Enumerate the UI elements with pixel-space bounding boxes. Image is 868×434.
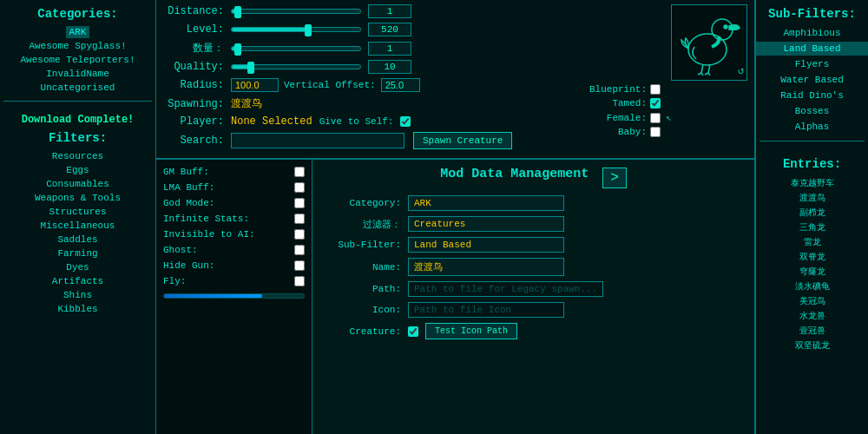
entry-3[interactable]: 三角龙 <box>796 220 829 234</box>
sub-filter-land-based[interactable]: Land Based <box>756 42 868 56</box>
entry-5[interactable]: 双脊龙 <box>796 250 829 264</box>
hide-gun-checkbox[interactable] <box>294 260 305 271</box>
mod-icon-value[interactable]: Path to file Icon <box>408 302 564 318</box>
quality-value[interactable]: 10 <box>368 60 411 74</box>
entry-1[interactable]: 渡渡鸟 <box>796 191 829 205</box>
entry-11[interactable]: 双坚硫龙 <box>792 339 833 352</box>
entry-9[interactable]: 水龙兽 <box>796 309 829 323</box>
search-row: Search: Spawn Creature <box>163 132 575 149</box>
filter-structures[interactable]: Structures <box>45 206 109 218</box>
filter-saddles[interactable]: Saddles <box>54 233 101 246</box>
download-complete: Download Complete! <box>0 108 155 128</box>
mod-name-row: Name: 渡渡鸟 <box>323 258 744 276</box>
mod-category-value[interactable]: ARK <box>408 195 564 211</box>
god-mode-row: God Mode: <box>163 198 305 208</box>
filters-list: Resources Eggs Consumables Weapons & Too… <box>0 150 155 315</box>
gm-buff-checkbox[interactable] <box>294 167 305 177</box>
entry-10[interactable]: 壹冠兽 <box>796 324 829 338</box>
lma-buff-checkbox[interactable] <box>294 182 305 193</box>
mod-creature-checkbox[interactable] <box>408 326 418 337</box>
distance-value[interactable]: 1 <box>368 4 411 18</box>
quality-row: Quality: 10 <box>163 60 575 74</box>
entry-8[interactable]: 美冠鸟 <box>796 294 829 308</box>
distance-slider[interactable] <box>231 9 361 14</box>
sub-filter-water-based[interactable]: Water Based <box>756 73 868 87</box>
vertical-offset-label: Vertical Offset: <box>284 80 376 90</box>
entry-2[interactable]: 副栉龙 <box>796 206 829 220</box>
category-uncategorised[interactable]: Uncategorised <box>37 82 119 94</box>
cursor-icon: ↖ <box>666 112 672 123</box>
give-to-self-checkbox[interactable] <box>400 116 411 127</box>
vertical-offset-input[interactable] <box>381 78 420 92</box>
mod-sub-filter-row: Sub-Filter: Land Based <box>323 237 744 253</box>
filter-dyes[interactable]: Dyes <box>62 261 92 273</box>
quality-label: Quality: <box>163 61 224 73</box>
filter-artifacts[interactable]: Artifacts <box>49 275 107 287</box>
test-icon-path-button[interactable]: Test Icon Path <box>425 323 517 339</box>
categories-title: Categories: <box>0 3 155 26</box>
dodo-svg <box>677 10 742 76</box>
filter-farming[interactable]: Farming <box>54 247 101 260</box>
invisible-ai-checkbox[interactable] <box>294 229 305 240</box>
level-slider[interactable] <box>231 27 361 32</box>
mod-sub-filter-value[interactable]: Land Based <box>408 237 564 253</box>
entry-4[interactable]: 雷龙 <box>800 235 825 249</box>
mod-filter-value[interactable]: Creatures <box>408 216 564 232</box>
sub-filter-bosses[interactable]: Bosses <box>756 104 868 118</box>
sub-filter-raid-dinos[interactable]: Raid Dino's <box>756 89 868 102</box>
sub-filter-flyers[interactable]: Flyers <box>756 57 868 71</box>
baby-checkbox[interactable] <box>650 127 661 137</box>
god-mode-checkbox[interactable] <box>294 198 305 208</box>
mod-filter-label: 过滤器： <box>323 218 401 231</box>
infinite-stats-checkbox[interactable] <box>294 214 305 224</box>
quantity-slider[interactable] <box>231 46 361 51</box>
radius-input[interactable] <box>231 78 279 92</box>
filter-miscellaneous[interactable]: Miscellaneous <box>37 220 119 232</box>
category-awesome-spyglass[interactable]: Awesome Spyglass! <box>25 40 129 52</box>
lma-buff-label: LMA Buff: <box>163 182 214 193</box>
female-row: Female: ↖ <box>586 112 747 123</box>
refresh-icon[interactable]: ↺ <box>738 64 744 77</box>
none-selected: None Selected <box>231 115 312 128</box>
gm-buff-row: GM Buff: <box>163 167 305 177</box>
blueprint-checkbox[interactable] <box>650 84 661 95</box>
search-input[interactable] <box>231 133 404 148</box>
quantity-label: 数量： <box>163 41 224 56</box>
sub-filter-alphas[interactable]: Alphas <box>756 120 868 134</box>
mod-name-value[interactable]: 渡渡鸟 <box>408 258 564 276</box>
filter-resources[interactable]: Resources <box>49 150 107 162</box>
entry-7[interactable]: 淡水碘龟 <box>792 279 833 293</box>
player-label: Player: <box>163 115 224 128</box>
spawn-creature-button[interactable]: Spawn Creature <box>413 132 512 149</box>
mod-data-arrow-button[interactable]: > <box>602 168 627 188</box>
entry-6[interactable]: 穹窿龙 <box>796 265 829 279</box>
sub-filter-amphibious[interactable]: Amphibious <box>756 26 868 40</box>
filter-consumables[interactable]: Consumables <box>43 178 113 190</box>
female-checkbox[interactable] <box>650 113 661 123</box>
mod-category-label: Category: <box>323 198 401 208</box>
ghost-row: Ghost: <box>163 245 305 255</box>
quantity-value[interactable]: 1 <box>368 42 411 56</box>
fly-checkbox[interactable] <box>294 276 305 286</box>
category-awesome-teleporters[interactable]: Awesome Teleporters! <box>16 54 138 66</box>
quality-slider[interactable] <box>231 64 361 69</box>
level-value[interactable]: 520 <box>368 23 411 36</box>
filter-shins[interactable]: Shins <box>60 289 95 301</box>
distance-label: Distance: <box>163 5 224 17</box>
radius-label: Radius: <box>163 79 224 91</box>
ghost-checkbox[interactable] <box>294 245 305 255</box>
filter-kibbles[interactable]: Kibbles <box>54 303 101 315</box>
filter-eggs[interactable]: Eggs <box>62 164 92 176</box>
category-invalidname[interactable]: InvalidName <box>43 68 113 80</box>
filter-weapons-tools[interactable]: Weapons & Tools <box>31 192 124 204</box>
distance-row: Distance: 1 <box>163 4 575 18</box>
category-ark[interactable]: ARK <box>66 26 90 38</box>
mod-data-panel: Mod Data Management > Category: ARK 过滤器：… <box>312 160 754 434</box>
baby-label: Baby: <box>586 127 647 137</box>
tamed-checkbox[interactable] <box>650 98 661 108</box>
mod-path-value[interactable]: Path to file for Legacy spawn... <box>408 281 603 297</box>
entry-0[interactable]: 泰克越野车 <box>787 176 838 190</box>
mod-filter-row: 过滤器： Creatures <box>323 216 744 232</box>
fly-label: Fly: <box>163 276 186 286</box>
left-panel: Categories: ARK Awesome Spyglass! Awesom… <box>0 0 156 434</box>
